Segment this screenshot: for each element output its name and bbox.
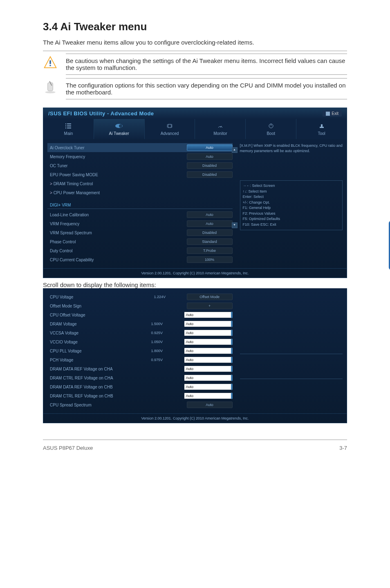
bios-brand: /SUS EFI BIOS Utility - Advanced Mode [48, 110, 154, 117]
setting-value[interactable]: Auto [184, 393, 233, 399]
svg-rect-0 [49, 61, 51, 64]
setting-value[interactable]: Auto [187, 211, 233, 218]
footer-left: ASUS P8P67 Deluxe [43, 445, 93, 451]
setting-reading: 0.925V [151, 331, 184, 335]
notice-caution: Be cautious when changing the settings o… [43, 51, 347, 75]
submenu-row[interactable]: CPU Power Management [47, 188, 233, 197]
setting-value[interactable]: Disabled [187, 171, 233, 178]
setting-reading: 1.050V [151, 340, 184, 344]
setting-value[interactable]: Auto [187, 402, 233, 408]
bios-content: Ai Overclock Tuner Auto Memory Frequency… [47, 143, 236, 264]
setting-value[interactable]: Disabled [187, 229, 233, 236]
tab-monitor[interactable]: Monitor [195, 119, 246, 139]
setting-label: CPU Spread Spectrum [47, 403, 154, 407]
setting-value[interactable]: Auto [187, 144, 233, 151]
setting-value[interactable]: Standard [187, 238, 233, 245]
setting-label: Ai Overclock Tuner [47, 146, 187, 150]
setting-value[interactable]: Auto [184, 384, 233, 390]
exit-button[interactable]: Exit [323, 110, 342, 117]
setting-label: Load-Line Calibration [47, 213, 187, 217]
setting-label: CPU Currrent Capability [47, 258, 187, 262]
setting-value[interactable]: 100% [187, 256, 233, 263]
setting-row[interactable]: DRAM DATA REF Voltage on CHBAuto [47, 382, 233, 391]
tab-advanced[interactable]: Advanced [145, 119, 195, 139]
help-line: F5: Optimized Defaults [243, 216, 340, 222]
setting-label: OC Tuner [47, 164, 187, 168]
bios-help: [X.M.P.] When XMP is enabled BLCK freque… [236, 143, 343, 264]
setting-value[interactable]: Auto [184, 348, 233, 354]
setting-row[interactable]: DRAM DATA REF Voltage on CHAAuto [47, 364, 233, 373]
list-icon [43, 123, 94, 129]
setting-value[interactable]: Auto [184, 321, 233, 327]
setting-label: PCH Voltage [47, 358, 151, 362]
setting-value[interactable]: Disabled [187, 162, 233, 169]
tab-boot-label: Boot [246, 131, 296, 136]
submenu-row[interactable]: DRAM Timing Control [47, 179, 233, 188]
svg-rect-3 [48, 83, 53, 91]
setting-value[interactable]: Auto [184, 312, 233, 318]
setting-row[interactable]: DRAM CTRL REF Voltage on CHAAuto [47, 373, 233, 382]
tab-boot[interactable]: Boot [246, 119, 296, 139]
help-navigation: →←: Select Screen ↑↓: Select Item Enter:… [240, 180, 343, 230]
setting-row[interactable]: VCCSA Voltage0.925VAuto [47, 328, 233, 337]
setting-row[interactable]: VRM Frequency Auto [47, 219, 233, 228]
setting-row[interactable]: CPU PLL Voltage1.800VAuto [47, 346, 233, 355]
section-header: DIGI+ VRM [47, 200, 233, 209]
setting-row[interactable]: Offset Mode Sign+ [47, 301, 233, 310]
setting-label: VCCSA Voltage [47, 331, 151, 335]
setting-value[interactable]: Auto [187, 153, 233, 160]
svg-rect-4 [65, 123, 66, 124]
setting-row[interactable]: Duty Control T.Probe [47, 246, 233, 255]
note-icon [43, 80, 58, 94]
setting-value[interactable]: Auto [184, 375, 233, 381]
setting-row[interactable]: CPU Offset VoltageAuto [47, 310, 233, 319]
svg-rect-20 [320, 127, 324, 128]
svg-point-2 [45, 91, 55, 93]
help-line: F2: Previous Values [243, 211, 340, 217]
tab-ai-tweaker[interactable]: Ai Tweaker [94, 119, 145, 139]
setting-label: DRAM DATA REF Voltage on CHB [47, 385, 151, 389]
bios-footer: Version 2.00.1201. Copyright (C) 2010 Am… [43, 413, 347, 423]
setting-row[interactable]: Memory Frequency Auto [47, 152, 233, 161]
setting-label: VRM Frequency [47, 222, 187, 226]
help-line: →←: Select Screen [243, 183, 340, 189]
setting-value[interactable]: Offset Mode [187, 294, 233, 300]
svg-rect-5 [67, 123, 71, 124]
help-line: +/-: Change Opt. [243, 200, 340, 206]
setting-label: CPU PLL Voltage [47, 349, 151, 353]
tab-main[interactable]: Main [43, 119, 94, 139]
setting-value[interactable]: Auto [184, 366, 233, 372]
setting-value[interactable]: Auto [184, 339, 233, 345]
setting-value[interactable]: T.Probe [187, 247, 233, 254]
setting-row[interactable]: CPU Currrent Capability 100% [47, 255, 233, 264]
exit-icon [326, 112, 330, 116]
setting-row[interactable]: OC Tuner Disabled [47, 161, 233, 170]
bios-panel-scrolled: CPU Voltage1.224VOffset ModeOffset Mode … [43, 288, 347, 423]
help-line: Enter: Select [243, 194, 340, 200]
setting-value[interactable]: Auto [184, 357, 233, 363]
setting-row[interactable]: CPU Voltage1.224VOffset Mode [47, 292, 233, 301]
setting-row[interactable]: CPU Spread SpectrumAuto [47, 400, 233, 409]
setting-label: Offset Mode Sign [47, 304, 154, 308]
setting-row[interactable]: Load-Line Calibration Auto [47, 210, 233, 219]
setting-row[interactable]: PCH Voltage0.975VAuto [47, 355, 233, 364]
setting-row[interactable]: DRAM CTRL REF Voltage on CHBAuto [47, 391, 233, 400]
setting-row[interactable]: VRM Spread Spectrum Disabled [47, 228, 233, 237]
setting-label: Phase Control [47, 240, 187, 244]
setting-row[interactable]: VCCIO Voltage1.050VAuto [47, 337, 233, 346]
setting-row[interactable]: EPU Power Saving MODE Disabled [47, 170, 233, 179]
svg-point-1 [49, 65, 51, 66]
setting-row[interactable]: Phase Control Standard [47, 237, 233, 246]
tab-tool-label: Tool [296, 131, 347, 136]
gauge-icon [195, 123, 245, 129]
setting-row[interactable]: Ai Overclock Tuner Auto [47, 143, 233, 152]
setting-value[interactable]: Auto [184, 330, 233, 336]
tab-tool[interactable]: Tool [296, 119, 347, 139]
caution-text: Be cautious when changing the settings o… [66, 54, 347, 75]
power-icon [246, 123, 296, 129]
setting-value[interactable]: Auto [187, 220, 233, 227]
help-line: F10: Save ESC: Exit [243, 222, 340, 228]
setting-value[interactable]: + [187, 303, 233, 309]
notice-info: The configuration options for this secti… [43, 78, 347, 99]
setting-row[interactable]: DRAM Voltage1.500VAuto [47, 319, 233, 328]
